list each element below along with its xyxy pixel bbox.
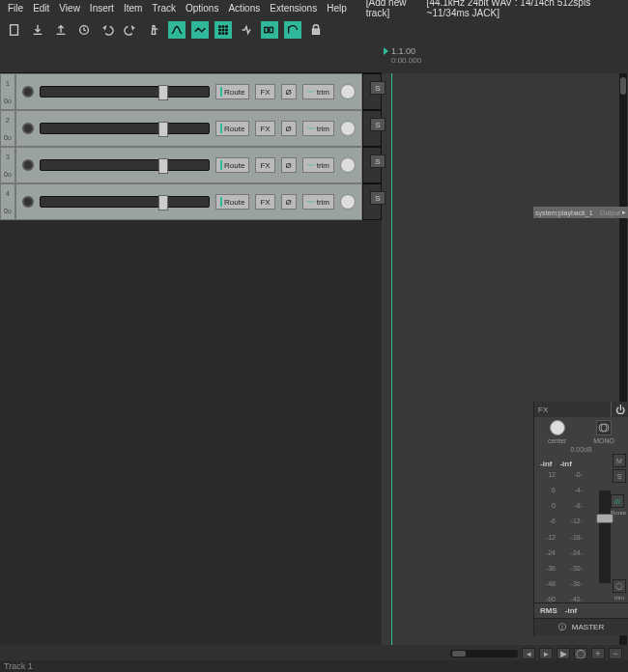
- track-volume-fader[interactable]: [40, 123, 210, 134]
- track-volume-fader[interactable]: [40, 159, 210, 171]
- track-number[interactable]: 20o: [0, 110, 15, 147]
- zoom-play-icon[interactable]: ▶: [557, 648, 570, 659]
- hscroll-right-icon[interactable]: ▸: [539, 648, 553, 659]
- svg-point-14: [599, 424, 607, 432]
- track-route-button[interactable]: Route: [215, 157, 249, 173]
- grid-icon[interactable]: [214, 21, 232, 39]
- track-header[interactable]: Route FX Ø 〰trim: [15, 183, 362, 220]
- master-mute-button[interactable]: M: [613, 454, 626, 467]
- svg-point-8: [219, 33, 221, 35]
- track-fx-button[interactable]: FX: [255, 157, 274, 173]
- track-header[interactable]: Route FX Ø 〰trim: [15, 147, 362, 183]
- track-pan-knob[interactable]: [340, 194, 356, 210]
- master-rms-label: RMS: [540, 606, 557, 615]
- route-expand-icon[interactable]: ▸: [622, 209, 626, 216]
- menu-item[interactable]: Item: [120, 3, 146, 14]
- master-trim-knob[interactable]: ◯: [613, 579, 626, 593]
- track-fx-button[interactable]: FX: [255, 194, 274, 210]
- track-solo-button[interactable]: S: [370, 118, 385, 131]
- undo-icon[interactable]: [99, 21, 116, 39]
- record-arm-button[interactable]: [22, 123, 34, 134]
- playhead-marker-icon[interactable]: [384, 47, 388, 55]
- track-trim-button[interactable]: 〰trim: [302, 157, 334, 173]
- ripple-all-icon[interactable]: [284, 21, 301, 39]
- master-meter-r-readout: -inf: [559, 460, 571, 468]
- master-mono-button[interactable]: [596, 420, 612, 435]
- track-volume-fader[interactable]: [40, 86, 210, 98]
- svg-point-7: [226, 29, 228, 31]
- zoom-fit-icon[interactable]: ◯: [574, 648, 587, 659]
- ripple-edit-icon[interactable]: [261, 21, 278, 39]
- zoom-in-icon[interactable]: +: [591, 648, 605, 659]
- svg-point-4: [226, 26, 228, 28]
- track-solo-button[interactable]: S: [370, 191, 385, 205]
- svg-rect-13: [313, 29, 320, 34]
- output-route-strip[interactable]: system:playback_1 Output ▸: [533, 207, 628, 218]
- envelope-move-icon[interactable]: [191, 21, 209, 39]
- master-fx-button[interactable]: FX: [534, 402, 611, 417]
- master-fx-power-icon[interactable]: ⏻: [611, 402, 628, 417]
- menu-edit[interactable]: Edit: [29, 3, 53, 14]
- track-route-button[interactable]: Route: [215, 121, 249, 136]
- track-header[interactable]: Route FX Ø 〰trim: [15, 110, 362, 147]
- menu-file[interactable]: File: [4, 3, 27, 14]
- master-info-icon[interactable]: ⓘ: [558, 622, 566, 632]
- track-solo-button[interactable]: S: [370, 154, 385, 168]
- auto-crossfade-icon[interactable]: [168, 21, 186, 39]
- svg-point-5: [219, 29, 221, 31]
- menu-actions[interactable]: Actions: [224, 3, 264, 14]
- track-phase-button[interactable]: Ø: [281, 121, 297, 136]
- master-title: MASTER: [572, 623, 604, 631]
- svg-point-3: [222, 26, 224, 28]
- track-route-button[interactable]: Route: [215, 194, 249, 210]
- project-settings-icon[interactable]: [75, 21, 93, 39]
- track-pan-knob[interactable]: [340, 121, 356, 136]
- hscroll-left-icon[interactable]: ◂: [522, 648, 535, 659]
- track-trim-button[interactable]: 〰trim: [302, 84, 334, 99]
- menu-extensions[interactable]: Extensions: [266, 3, 321, 14]
- track-fx-button[interactable]: FX: [255, 121, 274, 136]
- lock-icon[interactable]: [307, 21, 325, 39]
- menu-add-new-track[interactable]: [Add new track]: [362, 0, 425, 18]
- master-pan-label: center: [548, 437, 566, 444]
- track-pan-knob[interactable]: [340, 157, 356, 173]
- redo-icon[interactable]: [122, 21, 139, 39]
- arrange-canvas[interactable]: SSSS system:playback_1 Output ▸ FX ⏻ cen…: [382, 73, 628, 662]
- track-trim-button[interactable]: 〰trim: [302, 121, 334, 136]
- master-fader[interactable]: [599, 490, 611, 583]
- track-phase-button[interactable]: Ø: [281, 194, 297, 210]
- track-fx-button[interactable]: FX: [255, 84, 274, 99]
- menu-help[interactable]: Help: [323, 3, 351, 14]
- open-project-icon[interactable]: [29, 21, 46, 39]
- track-number[interactable]: 40o: [0, 183, 15, 220]
- track-phase-button[interactable]: Ø: [281, 84, 297, 99]
- track-trim-button[interactable]: 〰trim: [302, 194, 334, 210]
- track-header[interactable]: Route FX Ø 〰trim: [15, 73, 362, 110]
- snap-icon[interactable]: [238, 21, 255, 39]
- master-pan-knob[interactable]: [550, 420, 565, 435]
- save-project-icon[interactable]: [52, 21, 70, 39]
- arrange-hscroll[interactable]: [450, 650, 518, 658]
- playhead[interactable]: [391, 73, 392, 662]
- track-pan-knob[interactable]: [340, 84, 356, 99]
- track-route-button[interactable]: Route: [215, 84, 249, 99]
- track-solo-button[interactable]: S: [370, 81, 385, 95]
- zoom-out-icon[interactable]: −: [609, 648, 622, 659]
- track-volume-fader[interactable]: [40, 196, 210, 208]
- track-number[interactable]: 30o: [0, 147, 15, 183]
- svg-rect-12: [270, 27, 273, 32]
- menu-insert[interactable]: Insert: [86, 3, 118, 14]
- ruler-bbt: 1.1.00: [391, 46, 415, 56]
- record-arm-button[interactable]: [22, 196, 34, 208]
- svg-rect-0: [11, 25, 18, 36]
- record-arm-button[interactable]: [22, 86, 34, 98]
- timeline-ruler[interactable]: 1.1.00 0:00.000: [382, 44, 628, 73]
- menu-options[interactable]: Options: [182, 3, 222, 14]
- record-arm-button[interactable]: [22, 159, 34, 171]
- new-project-icon[interactable]: [6, 21, 23, 39]
- track-phase-button[interactable]: Ø: [281, 157, 297, 173]
- menu-view[interactable]: View: [55, 3, 84, 14]
- metronome-icon[interactable]: [145, 21, 162, 39]
- track-number[interactable]: 10o: [0, 73, 15, 110]
- menu-track[interactable]: Track: [148, 3, 180, 14]
